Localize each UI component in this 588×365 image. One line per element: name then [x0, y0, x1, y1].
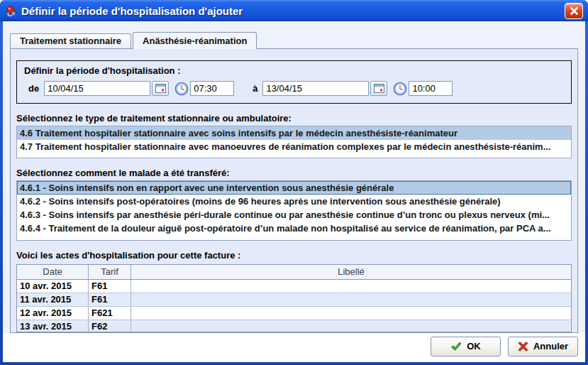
tab-content-panel: Définir la période d'hospitalisation : d… [10, 48, 578, 333]
acts-table: Date Tarif Libellé 10 avr. 2015 F61 11 a… [16, 264, 572, 332]
app-icon [5, 5, 17, 17]
cell-libelle [131, 293, 571, 306]
period-groupbox: Définir la période d'hospitalisation : d… [16, 60, 572, 104]
to-time-input[interactable] [409, 81, 453, 96]
close-icon[interactable] [565, 3, 583, 19]
column-header-date[interactable]: Date [17, 265, 89, 279]
ok-button[interactable]: OK [431, 337, 501, 356]
treatment-type-label: Sélectionnez le type de traitement stati… [16, 113, 572, 124]
from-label: de [28, 83, 39, 94]
x-icon [518, 342, 528, 352]
acts-table-header: Date Tarif Libellé [17, 265, 571, 280]
table-row[interactable]: 11 avr. 2015 F61 [17, 293, 571, 307]
from-time-input[interactable] [190, 81, 234, 96]
titlebar: Définir la période d'hospitalisation d'a… [0, 0, 588, 21]
acts-label: Voici les actes d'hospitalisation pour c… [16, 250, 572, 261]
from-calendar-icon[interactable] [152, 81, 169, 96]
to-clock-icon [393, 82, 407, 96]
dialog-window: Définir la période d'hospitalisation d'a… [0, 0, 588, 365]
cell-libelle [131, 320, 571, 332]
to-date-input[interactable] [262, 81, 369, 96]
list-item[interactable]: 4.6.3 - Soins intensifs par anesthésie p… [17, 208, 571, 222]
cell-tarif: F61 [89, 293, 131, 306]
cell-date: 11 avr. 2015 [17, 293, 89, 306]
cell-tarif: F621 [89, 307, 131, 320]
treatment-type-list: 4.6 Traitement hospitalier stationnaire … [16, 126, 572, 158]
window-title: Définir la période d'hospitalisation d'a… [21, 5, 565, 17]
cell-date: 13 avr. 2015 [17, 320, 89, 332]
from-date-input[interactable] [44, 81, 150, 96]
transfer-list: 4.6.1 - Soins intensifs non en rapport a… [16, 180, 572, 241]
table-row[interactable]: 12 avr. 2015 F621 [17, 307, 571, 320]
check-icon [450, 342, 462, 352]
button-bar: OK Annuler [3, 333, 585, 362]
list-item[interactable]: 4.6 Traitement hospitalier stationnaire … [17, 126, 571, 140]
transfer-label: Sélectionnez comment le malade a été tra… [16, 168, 572, 178]
cell-date: 12 avr. 2015 [17, 307, 89, 320]
to-label: à [253, 83, 257, 94]
table-row[interactable]: 10 avr. 2015 F61 [17, 280, 571, 293]
period-group-label: Définir la période d'hospitalisation : [24, 65, 564, 76]
list-item[interactable]: 4.7 Traitement hospitalier stationnaire … [17, 140, 571, 153]
ok-button-label: OK [467, 341, 481, 352]
tab-anesthesie-reanimation[interactable]: Anästhésie-réanimation [133, 32, 257, 49]
cell-libelle [131, 307, 571, 320]
table-row[interactable]: 13 avr. 2015 F62 [17, 320, 571, 332]
column-header-tarif[interactable]: Tarif [89, 265, 131, 279]
cell-tarif: F61 [89, 280, 131, 293]
cancel-button-label: Annuler [533, 341, 568, 352]
tab-traitement-stationnaire[interactable]: Traitement stationnaire [10, 33, 131, 48]
dialog-client-area: Traitement stationnaire Anästhésie-réani… [3, 21, 585, 362]
cell-date: 10 avr. 2015 [17, 280, 89, 293]
list-item[interactable]: 4.6.2 - Soins intensifs post-opératoires… [17, 195, 571, 208]
period-fields-row: de [24, 81, 564, 96]
list-item[interactable]: 4.6.1 - Soins intensifs non en rapport a… [17, 181, 571, 195]
cell-libelle [131, 280, 571, 293]
cancel-button[interactable]: Annuler [508, 337, 578, 356]
cell-tarif: F62 [89, 320, 131, 332]
to-calendar-icon[interactable] [370, 81, 387, 96]
from-clock-icon [174, 82, 189, 96]
tab-bar: Traitement stationnaire Anästhésie-réani… [3, 21, 585, 48]
column-header-libelle[interactable]: Libellé [131, 265, 571, 279]
list-item[interactable]: 4.6.4 - Traitement de la douleur aiguë p… [17, 222, 571, 235]
